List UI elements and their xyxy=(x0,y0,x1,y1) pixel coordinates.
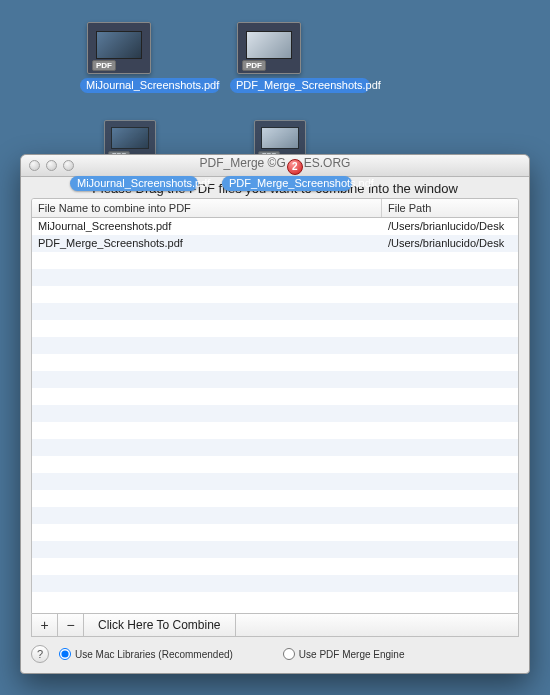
pdf-badge: PDF xyxy=(92,60,116,71)
minimize-button[interactable] xyxy=(46,160,57,171)
app-window: PDF_Merge ©G2ES.ORG Please Drag the PDF … xyxy=(20,154,530,674)
drag-ghost-label: MiJournal_Screenshots.pdf xyxy=(70,176,198,191)
table-row[interactable]: PDF_Merge_Screenshots.pdf /Users/brianlu… xyxy=(32,235,518,252)
pdf-badge: PDF xyxy=(242,60,266,71)
drag-ghost-label: PDF_Merge_Screenshots.pdf xyxy=(222,176,352,191)
table-row[interactable] xyxy=(32,422,518,439)
desktop-file-pdfmerge[interactable]: PDF PDF_Merge_Screenshots.pdf xyxy=(230,22,308,93)
table-body[interactable]: MiJournal_Screenshots.pdf /Users/brianlu… xyxy=(32,218,518,613)
radio-input[interactable] xyxy=(283,648,295,660)
close-button[interactable] xyxy=(29,160,40,171)
help-button[interactable]: ? xyxy=(31,645,49,663)
remove-button[interactable]: − xyxy=(58,614,84,636)
bottom-options: ? Use Mac Libraries (Recommended) Use PD… xyxy=(21,637,529,673)
zoom-button[interactable] xyxy=(63,160,74,171)
table-row[interactable] xyxy=(32,490,518,507)
cell-filepath: /Users/brianlucido/Desk xyxy=(382,218,518,235)
table-row[interactable] xyxy=(32,286,518,303)
table-row[interactable] xyxy=(32,388,518,405)
table-row[interactable] xyxy=(32,456,518,473)
table-row[interactable] xyxy=(32,524,518,541)
table-header: File Name to combine into PDF File Path xyxy=(32,199,518,218)
table-row[interactable] xyxy=(32,507,518,524)
table-row[interactable] xyxy=(32,371,518,388)
column-header-name[interactable]: File Name to combine into PDF xyxy=(32,199,382,217)
table-row[interactable] xyxy=(32,337,518,354)
table-row[interactable] xyxy=(32,405,518,422)
table-row[interactable] xyxy=(32,592,518,609)
desktop-file-label: PDF_Merge_Screenshots.pdf xyxy=(230,78,370,93)
file-table: File Name to combine into PDF File Path … xyxy=(31,198,519,614)
combine-button[interactable]: Click Here To Combine xyxy=(84,614,236,636)
table-row[interactable] xyxy=(32,541,518,558)
radio-label: Use Mac Libraries (Recommended) xyxy=(75,649,233,660)
table-row[interactable] xyxy=(32,269,518,286)
table-row[interactable] xyxy=(32,320,518,337)
desktop-file-label: MiJournal_Screenshots.pdf xyxy=(80,78,220,93)
cell-filename: MiJournal_Screenshots.pdf xyxy=(32,218,382,235)
table-row[interactable] xyxy=(32,252,518,269)
table-row[interactable] xyxy=(32,303,518,320)
column-header-path[interactable]: File Path xyxy=(382,199,518,217)
table-row[interactable] xyxy=(32,473,518,490)
window-titlebar[interactable]: PDF_Merge ©G2ES.ORG xyxy=(21,155,529,177)
table-row[interactable] xyxy=(32,354,518,371)
window-title: PDF_Merge ©G2ES.ORG xyxy=(21,156,529,175)
pdf-file-icon: PDF xyxy=(87,22,151,74)
add-button[interactable]: + xyxy=(32,614,58,636)
radio-input[interactable] xyxy=(59,648,71,660)
radio-mac-libraries[interactable]: Use Mac Libraries (Recommended) xyxy=(59,648,233,660)
cell-filename: PDF_Merge_Screenshots.pdf xyxy=(32,235,382,252)
footer-controls: + − Click Here To Combine xyxy=(31,614,519,637)
pdf-file-icon: PDF xyxy=(237,22,301,74)
table-row[interactable]: MiJournal_Screenshots.pdf /Users/brianlu… xyxy=(32,218,518,235)
radio-pdf-engine[interactable]: Use PDF Merge Engine xyxy=(283,648,405,660)
traffic-lights xyxy=(21,160,74,171)
desktop-file-mijournal[interactable]: PDF MiJournal_Screenshots.pdf xyxy=(80,22,158,93)
table-row[interactable] xyxy=(32,439,518,456)
table-row[interactable] xyxy=(32,558,518,575)
cell-filepath: /Users/brianlucido/Desk xyxy=(382,235,518,252)
radio-label: Use PDF Merge Engine xyxy=(299,649,405,660)
drag-count-badge: 2 xyxy=(287,159,303,175)
table-row[interactable] xyxy=(32,575,518,592)
